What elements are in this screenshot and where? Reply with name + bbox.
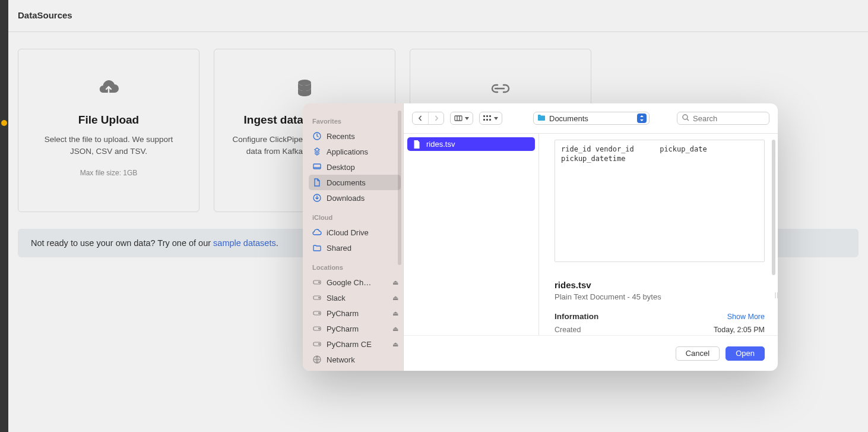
search-icon [682,114,689,123]
sidebar-item-label: Recents [327,132,355,141]
info-value: Today, 2:05 PM [714,326,765,334]
info-row: CreatedToday, 2:05 PM [555,326,765,334]
disk-icon [312,324,322,333]
file-row[interactable]: rides.tsv [407,137,535,151]
file-name: rides.tsv [426,140,455,149]
disk-icon [312,339,322,349]
svg-rect-17 [486,115,488,117]
nav-back-forward [412,112,444,125]
file-content-preview: ride_id vendor_id pickup_date pickup_dat… [555,140,765,262]
sidebar-item-icloud-drive[interactable]: iCloud Drive [309,225,401,240]
sidebar-item-label: Desktop [327,163,355,172]
sidebar-item-pycharm[interactable]: PyCharm⏏ [309,321,401,336]
svg-rect-21 [489,119,491,121]
eject-icon[interactable]: ⏏ [392,294,398,302]
preview-scrollbar[interactable] [772,140,775,275]
path-label: Documents [549,114,588,123]
eject-icon[interactable]: ⏏ [392,340,398,348]
sidebar-item-applications[interactable]: Applications [309,144,401,159]
cloud-icon [312,228,322,237]
sidebar-item-documents[interactable]: Documents [309,175,401,190]
sidebar-item-recents[interactable]: Recents [309,128,401,144]
svg-point-5 [319,282,320,283]
sidebar-item-shared[interactable]: Shared [309,240,401,256]
sidebar-item-label: iCloud Drive [327,228,369,237]
show-more-link[interactable]: Show More [727,313,765,321]
sidebar-item-label: PyCharm CE [327,340,372,349]
document-icon [413,140,422,149]
sidebar-item-label: Documents [327,178,366,187]
sidebar-item-downloads[interactable]: Downloads [309,190,401,206]
search-field[interactable] [677,112,769,125]
nav-forward-button[interactable] [428,112,443,124]
desktop-icon [312,162,322,172]
sidebar-item-network[interactable]: Network [309,352,401,367]
file-dialog-body: rides.tsv ride_id vendor_id pickup_date … [404,133,778,335]
file-dialog-toolbar: Documents [404,103,778,133]
globe-icon [312,355,322,364]
disk-icon [312,278,322,287]
info-title: Information [555,312,598,321]
path-selector[interactable]: Documents [533,112,650,125]
sidebar-item-label: Applications [327,147,368,156]
sidebar-item-label: Google Ch… [327,278,371,287]
doc-icon [312,178,322,187]
download-icon [312,193,322,203]
sidebar-item-label: Slack [327,294,346,302]
resize-handle-icon[interactable]: || [775,292,778,298]
sidebar-section-label: iCloud [312,214,397,221]
sidebar-item-label: PyCharm [327,324,359,333]
svg-point-13 [319,343,320,345]
sidebar-item-label: PyCharm [327,309,359,318]
file-dialog-sidebar: FavoritesRecentsApplicationsDesktopDocum… [303,103,404,371]
sidebar-item-desktop[interactable]: Desktop [309,159,401,175]
view-columns-button[interactable] [450,112,473,125]
sidebar-item-pycharm[interactable]: PyCharm⏏ [309,305,401,321]
path-caret-icon [637,113,647,123]
svg-rect-15 [455,116,462,121]
sidebar-item-label: Network [327,355,355,364]
preview-info-header: Information Show More [555,312,765,321]
sidebar-section-label: Locations [312,264,397,271]
sidebar-item-google-ch[interactable]: Google Ch…⏏ [309,275,401,290]
nav-back-button[interactable] [413,112,428,124]
cancel-button[interactable]: Cancel [676,346,720,361]
folder-icon [312,243,322,253]
preview-subtitle: Plain Text Document - 45 bytes [555,292,765,301]
sidebar-section-label: Favorites [312,118,397,125]
cancel-label: Cancel [686,349,709,358]
sidebar-item-pycharm-ce[interactable]: PyCharm CE⏏ [309,336,401,352]
svg-rect-20 [486,119,488,121]
file-list-pane[interactable]: rides.tsv [404,134,539,335]
file-dialog-main: Documents rides.tsv ride_id vendor_id pi… [404,103,778,371]
file-open-dialog: FavoritesRecentsApplicationsDesktopDocum… [303,103,778,371]
open-label: Open [736,349,755,358]
file-dialog-footer: Cancel Open [404,335,778,371]
svg-point-9 [319,313,320,314]
disk-icon [312,308,322,318]
info-key: Created [555,326,581,334]
search-input[interactable] [693,114,764,123]
file-preview-pane: ride_id vendor_id pickup_date pickup_dat… [539,134,778,335]
eject-icon[interactable]: ⏏ [392,310,398,317]
group-by-button[interactable] [479,112,502,125]
svg-rect-18 [489,115,491,117]
sidebar-item-label: Downloads [327,194,365,203]
apps-icon [312,147,322,156]
eject-icon[interactable]: ⏏ [392,325,398,333]
svg-point-11 [319,328,320,329]
svg-rect-19 [483,119,485,121]
svg-point-22 [683,115,688,119]
svg-rect-16 [483,115,485,117]
svg-rect-2 [313,164,321,169]
svg-point-7 [319,297,320,298]
sidebar-item-slack[interactable]: Slack⏏ [309,290,401,305]
eject-icon[interactable]: ⏏ [392,279,398,286]
clock-icon [312,131,322,141]
disk-icon [312,293,322,302]
sidebar-item-label: Shared [327,244,351,253]
open-button[interactable]: Open [726,346,765,361]
preview-filename: rides.tsv [555,280,765,290]
folder-icon [537,114,546,123]
